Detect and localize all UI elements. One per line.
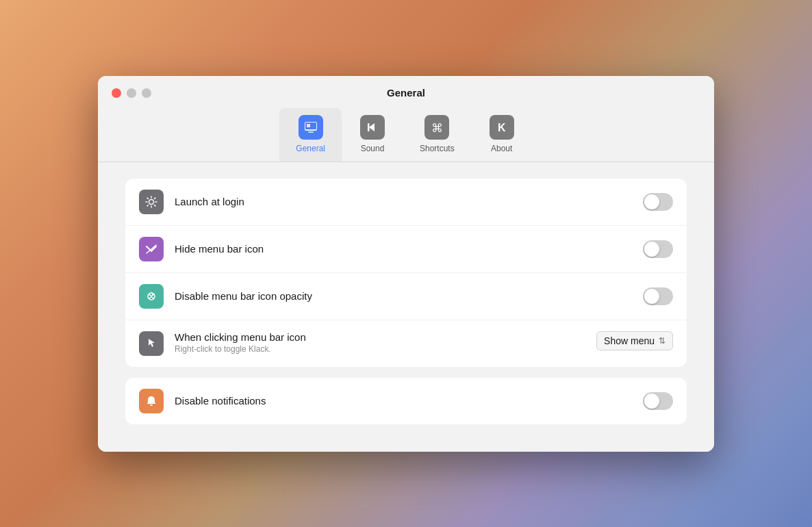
svg-text:K: K [498,122,506,133]
tab-general-icon [299,115,323,140]
svg-text:⌘: ⌘ [431,122,443,135]
tab-shortcuts[interactable]: ⌘ Shortcuts [403,108,471,162]
svg-point-8 [149,199,154,204]
when-clicking-sublabel: Right-click to toggle Klack. [175,344,585,354]
setting-launch-login: Launch at login [125,179,687,226]
settings-group-2: Disable notifications [125,378,687,424]
tab-general[interactable]: General [279,108,342,162]
setting-when-clicking: When clicking menu bar icon Right-click … [125,320,687,367]
when-clicking-icon [139,331,164,356]
tab-about-label: About [491,144,512,153]
window-title: General [387,87,425,99]
content-area: Launch at login Hide menu bar icon [98,162,714,452]
dropdown-value: Show menu [604,335,655,346]
tab-general-label: General [296,144,325,153]
tab-sound-label: Sound [361,144,385,153]
hide-menu-bar-toggle[interactable] [643,240,673,258]
disable-opacity-toggle[interactable] [643,287,673,305]
titlebar: General General [98,76,714,162]
hide-menu-bar-text: Hide menu bar icon [175,243,632,255]
svg-rect-1 [308,131,314,133]
when-clicking-right: Show menu ⇅ [596,331,673,350]
when-clicking-dropdown[interactable]: Show menu ⇅ [596,331,673,350]
hide-menu-bar-label: Hide menu bar icon [175,243,632,255]
tab-sound-icon [360,115,385,140]
launch-login-label: Launch at login [175,196,632,207]
disable-notifications-label: Disable notifications [175,395,632,407]
svg-line-9 [147,245,156,253]
minimize-button[interactable] [127,88,136,98]
disable-notifications-icon [139,389,164,413]
disable-opacity-text: Disable menu bar icon opacity [175,290,632,302]
main-window: General General [98,76,714,452]
tab-bar: General Sound ⌘ [279,108,532,162]
when-clicking-text: When clicking menu bar icon Right-click … [175,331,585,354]
dropdown-arrow-icon: ⇅ [659,336,665,346]
disable-opacity-label: Disable menu bar icon opacity [175,290,632,302]
maximize-button[interactable] [142,88,151,98]
disable-opacity-icon [139,284,164,309]
disable-notifications-toggle[interactable] [643,392,673,410]
tab-sound[interactable]: Sound [342,108,403,162]
setting-hide-menu-bar: Hide menu bar icon [125,226,687,273]
setting-disable-notifications: Disable notifications [125,378,687,424]
setting-disable-opacity: Disable menu bar icon opacity [125,273,687,320]
close-button[interactable] [112,88,121,98]
hide-menu-bar-icon [139,237,164,261]
launch-login-text: Launch at login [175,196,632,207]
svg-marker-4 [369,123,375,131]
tab-about[interactable]: K About [471,108,533,162]
when-clicking-label: When clicking menu bar icon [175,331,585,343]
disable-notifications-text: Disable notifications [175,395,632,407]
settings-group-1: Launch at login Hide menu bar icon [125,179,687,367]
window-controls [112,88,151,98]
launch-login-icon [139,190,164,214]
tab-shortcuts-icon: ⌘ [424,115,449,140]
svg-rect-5 [368,123,370,131]
svg-rect-3 [307,124,310,127]
tab-about-icon: K [490,115,514,140]
tab-shortcuts-label: Shortcuts [420,144,455,153]
launch-login-toggle[interactable] [643,193,673,211]
